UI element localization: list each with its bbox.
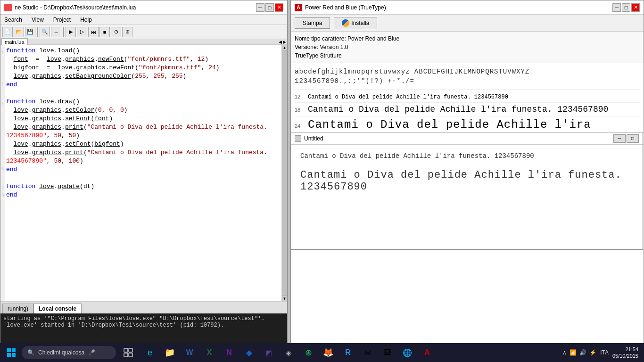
- scroll-left[interactable]: ◀: [279, 40, 282, 44]
- menu-search[interactable]: Search: [2, 16, 24, 24]
- explorer-icon: 📁: [165, 347, 175, 358]
- app8[interactable]: ◈: [279, 343, 298, 362]
- save-btn[interactable]: 💾: [25, 27, 35, 37]
- search-btn[interactable]: 🔍: [40, 27, 50, 37]
- menu-project[interactable]: Project: [51, 16, 73, 24]
- explorer-app[interactable]: 📁: [160, 343, 179, 362]
- mail-app[interactable]: ✉: [358, 343, 377, 362]
- gutter-16: [0, 174, 5, 182]
- code-line-9: love.graphics.setFont(font): [6, 115, 281, 123]
- code-line-5: end: [6, 81, 281, 89]
- onenote-app[interactable]: N: [220, 343, 239, 362]
- scroll-right[interactable]: ▶: [283, 40, 286, 44]
- chars-row1: abcdefghijklmnopqrstuvwxyz ABCDEFGHIJKLM…: [295, 67, 640, 76]
- minimize-button[interactable]: ─: [256, 3, 264, 12]
- new-btn[interactable]: 📄: [2, 27, 13, 37]
- language-indicator[interactable]: ITA: [600, 349, 609, 356]
- font-minimize-btn[interactable]: ─: [612, 3, 621, 12]
- scroll-down-btn[interactable]: ▼: [282, 296, 287, 301]
- untitled-content: Cantami o Diva del pelide Achille l'ira …: [291, 145, 643, 249]
- untitled-minimize-btn[interactable]: ─: [613, 134, 626, 143]
- network-icon[interactable]: 📶: [570, 349, 577, 356]
- code-editor[interactable]: ┐ └ ┐ └ ┐ └ function love.load(): [0, 45, 287, 301]
- teams-app[interactable]: ◩: [259, 343, 278, 362]
- code-line-3: bigfont = love.graphics.newFont("font/pk…: [6, 64, 281, 72]
- svg-rect-1: [12, 348, 16, 352]
- taskbar-apps: e 📁 W X N ◈ ◩ ◈ ⊛ 🦊 R: [140, 343, 437, 362]
- scroll-up-btn[interactable]: ▲: [282, 45, 287, 50]
- mic-icon: 🎤: [88, 349, 95, 356]
- title-bar: ne Studio - D:\Dropbox\Tesi\source\test\…: [0, 0, 287, 15]
- sample-row-18: 18 Cantami o Diva del pelide Achille l'i…: [295, 105, 640, 116]
- untitled-text-line2: Cantami o Diva del pelide Achille l'ira …: [300, 169, 633, 193]
- close-button[interactable]: ✕: [275, 3, 283, 12]
- console-line-1: starting as '"C:\Program Files\love\love…: [3, 315, 284, 322]
- sample-text-18: Cantami o Diva del pelide Achille l'ira …: [308, 105, 608, 114]
- font-maximize-btn[interactable]: □: [622, 3, 630, 12]
- stop-btn[interactable]: ■: [99, 27, 110, 37]
- app-a[interactable]: A: [418, 343, 437, 362]
- install-button[interactable]: Installa: [334, 17, 377, 29]
- left-gutter: ┐ └ ┐ └ ┐ └: [0, 45, 5, 301]
- spotify-app[interactable]: ⊛: [299, 343, 318, 362]
- firefox-icon: 🦊: [323, 347, 333, 358]
- version-value: Version 1.0: [320, 44, 348, 50]
- code-line-6: [6, 89, 281, 98]
- scrollbar[interactable]: ▲ ▼: [281, 45, 287, 301]
- code-line-18: end: [6, 191, 281, 199]
- menu-view[interactable]: View: [30, 16, 46, 24]
- font-info: Nome tipo carattere: Power Red and Blue …: [291, 32, 644, 63]
- font-close-btn[interactable]: ✕: [631, 3, 640, 12]
- search-bar[interactable]: 🔍 Chiedimi qualcosa 🎤: [22, 346, 116, 359]
- menu-help[interactable]: Help: [78, 16, 94, 24]
- browser-app[interactable]: 🌐: [398, 343, 417, 362]
- edge-app[interactable]: e: [140, 343, 159, 362]
- gutter-15: └: [0, 165, 5, 174]
- step-btn[interactable]: ⏭: [88, 27, 99, 37]
- browser-icon: 🌐: [403, 348, 412, 357]
- run2-btn[interactable]: ▷: [77, 27, 87, 37]
- excel-app[interactable]: X: [200, 343, 219, 362]
- untitled-app-icon: [295, 135, 301, 142]
- tab-local-console[interactable]: Local console: [33, 304, 82, 313]
- font-type-row: TrueType Strutture: [295, 51, 640, 60]
- up-arrow-icon[interactable]: ∧: [562, 349, 567, 356]
- sample-row-12: 12 Cantami o Diva del pelide Achille l'i…: [295, 94, 640, 103]
- volume-icon[interactable]: 🔊: [579, 349, 586, 356]
- tab-running[interactable]: running): [2, 304, 33, 313]
- run-btn[interactable]: ▶: [66, 27, 76, 37]
- sample-text-12: Cantami o Diva del pelide Achille l'ira …: [308, 94, 508, 100]
- start-button[interactable]: [2, 343, 21, 362]
- date-display: 05/10/2015: [612, 353, 638, 359]
- gutter-1: ┐: [0, 47, 5, 55]
- bp2-btn[interactable]: ⊚: [122, 27, 132, 37]
- code-content: function love.load() font = love.graphic…: [5, 45, 281, 301]
- code-line-7: function love.draw(): [6, 98, 281, 106]
- chars-row2: 1234567890.,:;'"(!?) +-*./=: [295, 76, 640, 86]
- clock[interactable]: 21:54 05/10/2015: [612, 346, 638, 359]
- bp-btn[interactable]: ⊙: [111, 27, 121, 37]
- sep2: [63, 27, 64, 37]
- task-view-button[interactable]: [119, 343, 138, 362]
- scroll-thumb: [282, 50, 287, 296]
- r-app[interactable]: R: [339, 343, 357, 362]
- maximize-button[interactable]: □: [265, 3, 274, 12]
- code-line-11: 1234567890", 50, 50): [6, 132, 281, 140]
- untitled-maximize-btn[interactable]: □: [627, 134, 639, 143]
- photos-icon: 🖼: [384, 348, 391, 357]
- blue-app[interactable]: ◈: [239, 343, 258, 362]
- svg-rect-6: [124, 353, 128, 357]
- word-app[interactable]: W: [180, 343, 199, 362]
- onenote-icon: N: [226, 348, 232, 357]
- open-btn[interactable]: 📂: [14, 27, 24, 37]
- replace-btn[interactable]: ↔: [51, 27, 61, 37]
- svg-rect-4: [124, 348, 128, 352]
- photos-app[interactable]: 🖼: [378, 343, 397, 362]
- r-app-icon: R: [345, 348, 351, 357]
- firefox-app[interactable]: 🦊: [319, 343, 338, 362]
- love-studio-window: ne Studio - D:\Dropbox\Tesi\source\test\…: [0, 0, 288, 362]
- print-button[interactable]: Stampa: [295, 17, 330, 29]
- svg-rect-3: [12, 353, 16, 357]
- svg-rect-2: [7, 353, 11, 357]
- power-icon[interactable]: ⚡: [589, 349, 596, 356]
